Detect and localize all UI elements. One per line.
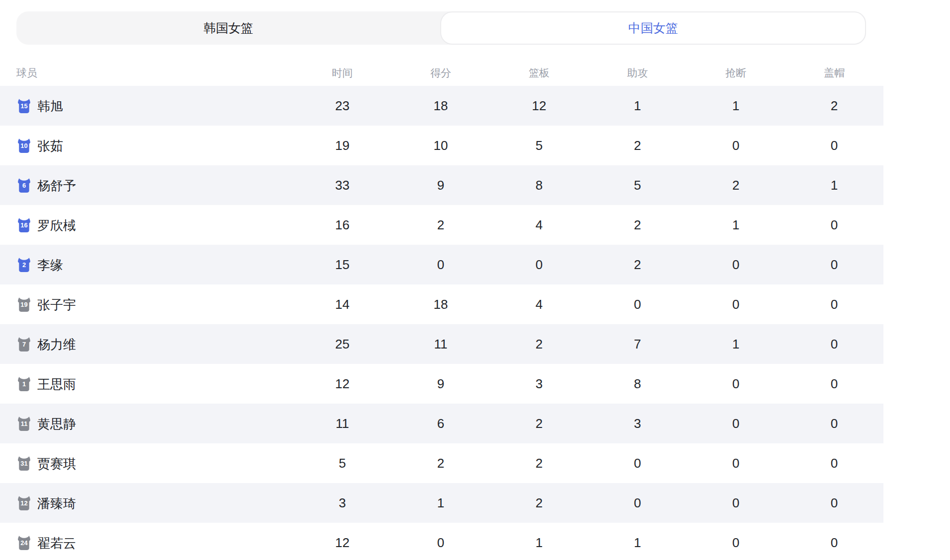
stat-rebounds: 1 — [490, 535, 588, 551]
stat-steals: 0 — [687, 456, 785, 471]
svg-text:11: 11 — [21, 420, 28, 427]
col-header-blocks: 盖帽 — [785, 66, 883, 80]
box-score-page: 韩国女篮 中国女篮 球员 时间 得分 篮板 助攻 抢断 盖帽 15 韩旭 23 — [0, 11, 950, 560]
svg-text:7: 7 — [22, 341, 26, 348]
table-header: 球员 时间 得分 篮板 助攻 抢断 盖帽 — [0, 45, 883, 86]
stat-minutes: 15 — [293, 257, 392, 273]
player-row[interactable]: 11 黄思静 11 6 2 3 0 0 — [0, 404, 883, 443]
tab-korea-label: 韩国女篮 — [204, 20, 253, 36]
stat-assists: 1 — [588, 98, 687, 114]
tab-korea-women[interactable]: 韩国女篮 — [16, 11, 440, 45]
stat-blocks: 0 — [785, 138, 883, 153]
player-row[interactable]: 10 张茹 19 10 5 2 0 0 — [0, 126, 883, 165]
stat-rebounds: 8 — [490, 178, 588, 193]
player-row[interactable]: 24 翟若云 12 0 1 1 0 0 — [0, 523, 883, 560]
player-name: 翟若云 — [37, 536, 76, 550]
player-cell: 7 杨力维 — [0, 337, 293, 352]
stat-blocks: 0 — [785, 416, 883, 431]
col-header-minutes: 时间 — [293, 66, 392, 80]
jersey-number-badge: 1 — [16, 376, 32, 392]
player-row[interactable]: 31 贾赛琪 5 2 2 0 0 0 — [0, 443, 883, 483]
stat-points: 9 — [392, 178, 490, 193]
stat-points: 18 — [392, 297, 490, 312]
jersey-number-badge: 15 — [16, 98, 32, 114]
stat-points: 18 — [392, 98, 490, 114]
stat-steals: 1 — [687, 217, 785, 233]
player-row[interactable]: 19 张子宇 14 18 4 0 0 0 — [0, 284, 883, 324]
player-row[interactable]: 12 潘臻琦 3 1 2 0 0 0 — [0, 483, 883, 523]
stat-blocks: 2 — [785, 98, 883, 114]
col-header-rebounds: 篮板 — [490, 66, 588, 80]
stat-points: 10 — [392, 138, 490, 153]
player-cell: 6 杨舒予 — [0, 178, 293, 193]
stat-rebounds: 2 — [490, 416, 588, 431]
player-row[interactable]: 15 韩旭 23 18 12 1 1 2 — [0, 86, 883, 126]
player-row[interactable]: 2 李缘 15 0 0 2 0 0 — [0, 245, 883, 284]
stat-rebounds: 2 — [490, 495, 588, 511]
stat-assists: 0 — [588, 297, 687, 312]
stat-assists: 3 — [588, 416, 687, 431]
stat-blocks: 0 — [785, 456, 883, 471]
stat-minutes: 5 — [293, 456, 392, 471]
stat-assists: 2 — [588, 217, 687, 233]
svg-text:31: 31 — [20, 460, 27, 467]
stat-steals: 0 — [687, 297, 785, 312]
stat-rebounds: 2 — [490, 337, 588, 352]
stat-points: 2 — [392, 217, 490, 233]
stat-minutes: 23 — [293, 98, 392, 114]
stat-minutes: 3 — [293, 495, 392, 511]
stat-rebounds: 2 — [490, 456, 588, 471]
svg-text:6: 6 — [22, 182, 26, 189]
stat-steals: 0 — [687, 535, 785, 551]
player-cell: 11 黄思静 — [0, 416, 293, 431]
svg-text:19: 19 — [20, 301, 27, 308]
stat-assists: 2 — [588, 138, 687, 153]
stat-minutes: 19 — [293, 138, 392, 153]
stat-points: 9 — [392, 376, 490, 392]
jersey-number-badge: 31 — [16, 456, 32, 471]
stat-points: 11 — [392, 337, 490, 352]
stat-steals: 0 — [687, 495, 785, 511]
stat-rebounds: 3 — [490, 376, 588, 392]
stat-steals: 1 — [687, 337, 785, 352]
stat-minutes: 12 — [293, 376, 392, 392]
player-name: 杨力维 — [37, 337, 76, 351]
stat-steals: 0 — [687, 138, 785, 153]
jersey-number-badge: 12 — [16, 495, 32, 511]
svg-text:10: 10 — [20, 142, 27, 149]
stat-steals: 0 — [687, 416, 785, 431]
player-name: 潘臻琦 — [37, 496, 76, 510]
player-name: 杨舒予 — [37, 178, 76, 192]
stat-assists: 5 — [588, 178, 687, 193]
player-cell: 10 张茹 — [0, 138, 293, 153]
svg-text:15: 15 — [20, 102, 27, 110]
stat-blocks: 0 — [785, 376, 883, 392]
jersey-number-badge: 11 — [16, 416, 32, 431]
svg-text:2: 2 — [22, 261, 26, 269]
tab-china-label: 中国女篮 — [629, 20, 678, 36]
svg-text:12: 12 — [20, 499, 27, 507]
player-name: 黄思静 — [37, 417, 76, 430]
jersey-number-badge: 7 — [16, 337, 32, 352]
stat-minutes: 25 — [293, 337, 392, 352]
player-cell: 12 潘臻琦 — [0, 495, 293, 511]
stat-rebounds: 0 — [490, 257, 588, 273]
stat-minutes: 14 — [293, 297, 392, 312]
player-row[interactable]: 1 王思雨 12 9 3 8 0 0 — [0, 364, 883, 404]
player-name: 贾赛琪 — [37, 456, 76, 470]
player-row[interactable]: 7 杨力维 25 11 2 7 1 0 — [0, 324, 883, 364]
stat-points: 1 — [392, 495, 490, 511]
stat-assists: 7 — [588, 337, 687, 352]
player-name: 张子宇 — [37, 297, 76, 311]
player-row[interactable]: 16 罗欣棫 16 2 4 2 1 0 — [0, 205, 883, 245]
player-row[interactable]: 6 杨舒予 33 9 8 5 2 1 — [0, 165, 883, 205]
stat-blocks: 0 — [785, 337, 883, 352]
tab-china-women[interactable]: 中国女篮 — [440, 11, 866, 45]
col-header-assists: 助攻 — [588, 66, 687, 80]
player-name: 罗欣棫 — [37, 218, 76, 232]
stat-points: 2 — [392, 456, 490, 471]
team-tab-bar: 韩国女篮 中国女篮 — [16, 11, 866, 45]
stat-minutes: 33 — [293, 178, 392, 193]
stat-steals: 1 — [687, 98, 785, 114]
player-cell: 24 翟若云 — [0, 535, 293, 551]
